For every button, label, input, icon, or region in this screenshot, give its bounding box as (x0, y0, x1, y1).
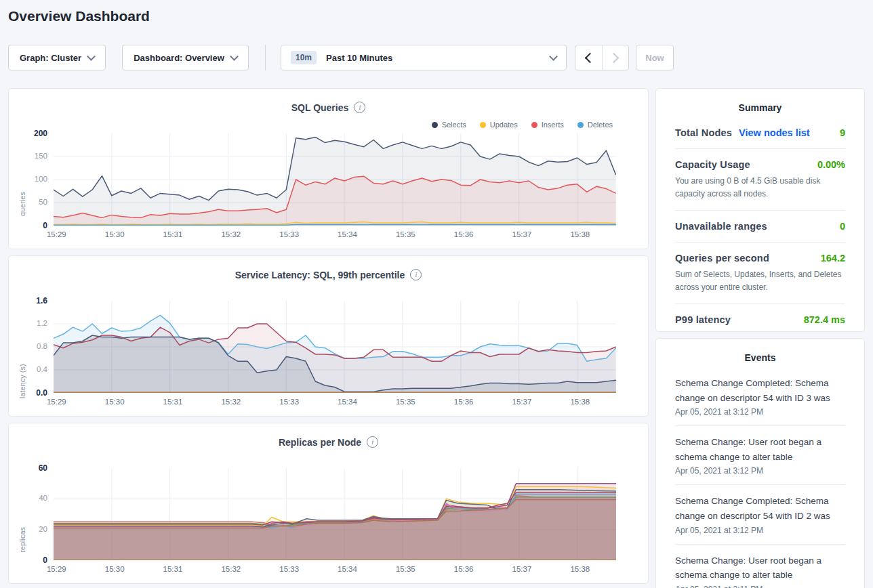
event-item: Schema Change Completed: Schema change o… (675, 367, 845, 426)
legend-item-deletes: Deletes (577, 121, 613, 129)
summary-row-value: 9 (840, 127, 845, 138)
summary-row-description: Sum of Selects, Updates, Inserts, and De… (675, 268, 845, 293)
y-axis-tick-label: 50 (39, 198, 47, 206)
summary-row-label: Capacity Usage (675, 159, 750, 170)
time-range-badge: 10m (291, 51, 317, 64)
x-axis-tick-label: 15:36 (454, 398, 474, 406)
chart-title: Service Latency: SQL, 99th percentile (235, 270, 405, 280)
now-button[interactable]: Now (636, 45, 674, 70)
page-title: Overview Dashboard (8, 8, 150, 24)
summary-row-value: 872.4 ms (804, 314, 845, 325)
event-message: Schema Change: User root began a schema … (675, 553, 845, 583)
x-axis-tick-label: 15:30 (105, 398, 125, 406)
chart-plot-area[interactable]: replicas020406015:2915:3015:3115:3215:33… (54, 468, 616, 560)
summary-row-value: 0 (840, 221, 845, 232)
x-axis-tick-label: 15:31 (163, 230, 183, 238)
event-message: Schema Change Completed: Schema change o… (675, 376, 845, 405)
x-axis-tick-label: 15:37 (512, 565, 532, 573)
summary-title: Summary (675, 89, 845, 117)
y-axis-unit-label: queries (18, 192, 26, 216)
x-axis-tick-label: 15:34 (338, 398, 357, 406)
y-axis-tick-label: 40 (39, 494, 47, 502)
x-axis-tick-label: 15:35 (396, 230, 415, 238)
x-axis-tick-label: 15:35 (396, 398, 415, 406)
x-axis-tick-label: 15:29 (47, 398, 66, 406)
x-axis-tick-label: 15:32 (221, 565, 241, 573)
event-item: Schema Change: User root began a schema … (675, 426, 845, 485)
x-axis-tick-label: 15:36 (454, 230, 474, 238)
graph-dropdown[interactable]: Graph: Cluster (8, 45, 106, 70)
legend-item-inserts: Inserts (531, 121, 564, 129)
y-axis-tick-label: 150 (35, 152, 47, 160)
chevron-down-icon (230, 52, 239, 61)
chevron-right-icon (609, 52, 620, 63)
x-axis-tick-label: 15:34 (338, 230, 357, 238)
x-axis-tick-label: 15:37 (512, 398, 532, 406)
legend-dot-icon (432, 122, 438, 128)
chart-plot-area[interactable]: latency (s)0.00.40.81.21.615:2915:3015:3… (54, 301, 616, 393)
previous-time-button[interactable] (575, 45, 602, 70)
y-axis-tick-label: 200 (34, 129, 47, 138)
summary-row-unavailable-ranges: Unavailable ranges 0 (675, 211, 845, 243)
summary-row-capacity-usage: Capacity Usage 0.00% You are using 0 B o… (675, 149, 845, 211)
event-message: Schema Change: User root began a schema … (675, 435, 845, 464)
y-axis-tick-label: 0.8 (37, 342, 47, 350)
x-axis-tick-label: 15:34 (338, 565, 357, 573)
chart-plot-area[interactable]: queries05010015020015:2915:3015:3115:321… (54, 133, 616, 226)
next-time-button[interactable] (602, 45, 629, 70)
sql-queries-chart-panel: SQL Queries i SelectsUpdatesInsertsDelet… (8, 88, 649, 249)
y-axis-tick-label: 20 (39, 525, 47, 533)
y-axis-tick-label: 60 (39, 463, 47, 473)
event-timestamp: Apr 05, 2021 at 3:12 PM (675, 407, 845, 417)
y-axis-tick-label: 1.2 (37, 319, 47, 327)
summary-row-label: P99 latency (675, 314, 731, 325)
x-axis-tick-label: 15:33 (279, 565, 299, 573)
y-axis-unit-label: latency (s) (18, 364, 26, 398)
summary-row-value: 0.00% (817, 159, 845, 170)
x-axis-tick-label: 15:33 (279, 230, 299, 238)
legend-dot-icon (577, 122, 584, 128)
event-timestamp: Apr 05, 2021 at 3:11 PM (675, 585, 845, 588)
summary-row-queries-per-second: Queries per second 164.2 Sum of Selects,… (675, 243, 845, 304)
chart-title: Replicas per Node (279, 437, 361, 448)
dashboard-dropdown-label: Dashboard: Overview (134, 53, 224, 63)
graph-dropdown-label: Graph: Cluster (20, 53, 81, 63)
x-axis-tick-label: 15:31 (163, 565, 183, 573)
info-icon[interactable]: i (367, 436, 378, 448)
x-axis-tick-label: 15:35 (396, 565, 415, 573)
y-axis-unit-label: replicas (18, 527, 26, 553)
event-timestamp: Apr 05, 2021 at 3:12 PM (675, 526, 845, 535)
info-icon[interactable]: i (354, 102, 365, 113)
x-axis-tick-label: 15:30 (105, 230, 125, 238)
x-axis-tick-label: 15:31 (163, 398, 183, 406)
now-button-label: Now (645, 53, 664, 63)
service-latency-chart-panel: Service Latency: SQL, 99th percentile i … (8, 255, 649, 417)
info-icon[interactable]: i (410, 269, 422, 280)
x-axis-tick-label: 15:38 (570, 230, 590, 238)
x-axis-tick-label: 15:37 (512, 230, 532, 238)
event-message: Schema Change Completed: Schema change o… (675, 494, 845, 523)
time-range-picker[interactable]: 10m Past 10 Minutes (281, 45, 567, 70)
events-panel: Events Schema Change Completed: Schema c… (655, 338, 865, 588)
dashboard-dropdown[interactable]: Dashboard: Overview (122, 45, 249, 70)
y-axis-tick-label: 0 (43, 555, 47, 565)
x-axis-tick-label: 15:38 (570, 565, 590, 573)
summary-row-label: Total Nodes (675, 127, 732, 138)
y-axis-tick-label: 0.4 (37, 365, 47, 373)
event-item: Schema Change: User root began a schema … (675, 545, 845, 588)
x-axis-tick-label: 15:38 (570, 398, 590, 406)
chart-legend: SelectsUpdatesInsertsDeletes (432, 121, 613, 129)
time-step-buttons (575, 45, 629, 70)
toolbar-divider (265, 45, 266, 70)
event-item: Schema Change Completed: Schema change o… (675, 485, 845, 544)
chart-title: SQL Queries (291, 102, 349, 113)
x-axis-tick-label: 15:33 (279, 398, 299, 406)
summary-row-p99-latency: P99 latency 872.4 ms (675, 304, 845, 335)
x-axis-tick-label: 15:36 (454, 565, 474, 573)
replicas-per-node-chart-panel: Replicas per Node i replicas020406015:29… (8, 423, 649, 584)
time-range-label: Past 10 Minutes (326, 53, 392, 63)
view-nodes-list-link[interactable]: View nodes list (739, 127, 810, 138)
y-axis-tick-label: 0.0 (36, 388, 47, 398)
chevron-down-icon (549, 52, 558, 61)
summary-panel: Summary Total Nodes View nodes list 9 Ca… (655, 88, 865, 332)
